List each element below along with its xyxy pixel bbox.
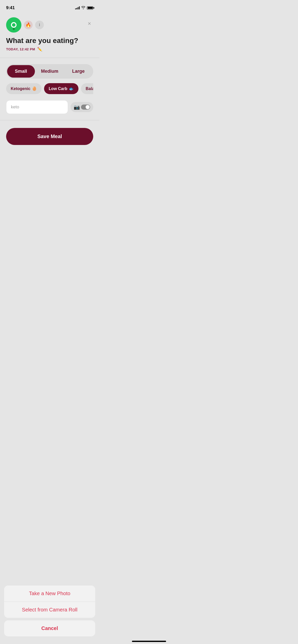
lowcarb-icon: 🐟 xyxy=(69,86,74,91)
status-bar: 9:41 xyxy=(0,0,99,12)
info-icon: i xyxy=(39,23,40,27)
search-input[interactable] xyxy=(11,105,63,110)
logo-inner-ring xyxy=(11,22,17,28)
date-label: TODAY, 12:42 PM xyxy=(6,47,35,51)
main-content: × 🔥 i What are you eating? TODAY, 12:42 … xyxy=(0,17,99,145)
size-large-button[interactable]: Large xyxy=(64,65,92,78)
status-time: 9:41 xyxy=(6,5,15,10)
flame-icon: 🔥 xyxy=(25,22,31,28)
camera-toggle[interactable]: 📷 xyxy=(71,102,93,112)
date-row: TODAY, 12:42 PM ✏️ xyxy=(6,47,93,52)
balanced-label: Balanced xyxy=(86,86,93,91)
logo-dot xyxy=(13,28,15,30)
diet-ketogenic-button[interactable]: Ketogenic 🥚 xyxy=(6,83,42,94)
bottom-divider xyxy=(0,120,99,120)
flame-badge: 🔥 xyxy=(24,21,33,29)
lowcarb-label: Low Carb xyxy=(49,86,67,91)
wifi-icon xyxy=(81,6,85,10)
status-icons xyxy=(75,6,93,10)
toggle-knob xyxy=(86,105,90,109)
top-divider xyxy=(0,58,99,58)
battery-icon xyxy=(87,6,93,10)
search-input-wrap xyxy=(6,100,68,114)
diet-pills: Ketogenic 🥚 Low Carb 🐟 Balanced ➤ xyxy=(6,83,93,95)
info-badge[interactable]: i xyxy=(35,21,44,29)
signal-icon xyxy=(75,6,80,9)
page-title: What are you eating? xyxy=(6,37,93,45)
search-row: 📷 xyxy=(6,100,93,114)
header-icons: 🔥 i xyxy=(6,17,93,33)
size-small-button[interactable]: Small xyxy=(7,65,35,78)
close-button[interactable]: × xyxy=(86,20,93,27)
camera-icon: 📷 xyxy=(74,104,80,110)
ketogenic-icon: 🥚 xyxy=(32,86,37,91)
diet-balanced-button[interactable]: Balanced ➤ xyxy=(81,83,93,94)
diet-lowcarb-button[interactable]: Low Carb 🐟 xyxy=(44,83,78,94)
size-selector: Small Medium Large xyxy=(6,64,93,79)
camera-toggle-switch[interactable] xyxy=(81,105,90,110)
edit-icon[interactable]: ✏️ xyxy=(37,47,42,52)
app-logo xyxy=(6,17,21,33)
ketogenic-label: Ketogenic xyxy=(11,86,30,91)
size-medium-button[interactable]: Medium xyxy=(36,65,64,78)
save-meal-button[interactable]: Save Meal xyxy=(6,128,93,145)
